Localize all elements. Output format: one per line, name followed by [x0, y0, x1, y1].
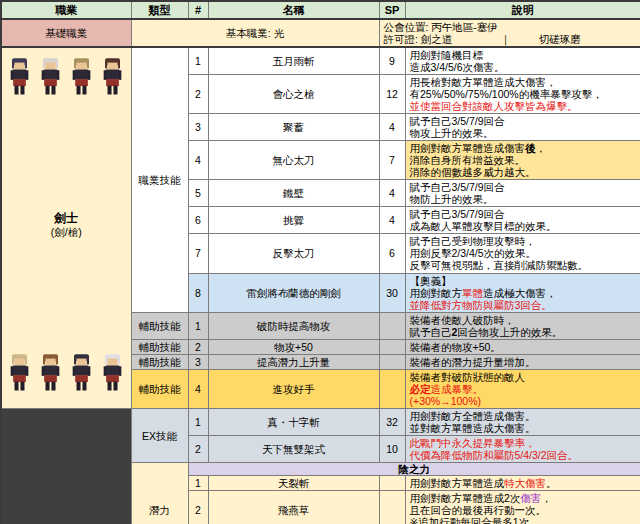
- skill-desc-cell: 用劍對敵方單體造成特大傷害。: [405, 476, 640, 491]
- guild-location: 公會位置: 丙午地區-塞伊: [384, 21, 637, 33]
- character-sprites-top: [7, 56, 125, 98]
- type-cell-support: 輔助技能: [131, 369, 188, 408]
- column-header: SP: [379, 1, 405, 19]
- desc-line: 有25%/50%/75%/100%的機率暴擊攻擊，: [410, 88, 637, 100]
- skill-name-cell: 挑釁: [208, 207, 379, 234]
- type-cell-ex: EX技能: [131, 409, 188, 463]
- desc-segment: 並降低對方物防與屬防3回合。: [410, 299, 552, 311]
- desc-line: 必定造成暴擊。: [410, 383, 637, 395]
- desc-line: 且在回合的最後再行動一次。: [410, 504, 637, 516]
- desc-segment: ，: [536, 142, 547, 154]
- skill-number-cell: 7: [188, 234, 208, 273]
- skill-name-cell: 雷劍將布蘭德的剛劍: [208, 273, 379, 312]
- desc-segment: 回合物攻上升的效果。: [457, 326, 562, 338]
- desc-segment: 反擊可無視弱點，直接削減防禦點數。: [410, 259, 589, 271]
- desc-segment: 賦予自己: [410, 326, 452, 338]
- desc-line: 賦予自己受到物理攻擊時，: [410, 235, 637, 247]
- skill-desc-cell: 用劍對敵方全體造成傷害。並對敵方單體造成大傷害。: [405, 409, 640, 436]
- desc-segment: 並對敵方單體造成大傷害。: [410, 422, 536, 434]
- base-class-row: 基礎職業基本職業: 光公會位置: 丙午地區-塞伊許可證: 劍之道｜切磋琢磨: [1, 19, 640, 47]
- class-cell: 劍士(劍/槍): [1, 47, 131, 409]
- skill-name-cell: 破防時提高物攻: [208, 312, 379, 339]
- skill-sp-cell: [379, 339, 405, 354]
- desc-segment: 有25%/50%/75%/100%的機率暴擊攻擊，: [410, 88, 603, 100]
- desc-segment: 代價為降低物防和屬防5/4/3/2回合。: [410, 449, 579, 461]
- desc-line: (+30%→100%): [410, 395, 637, 407]
- skill-desc-cell: 用劍對隨機目標造成3/4/5/6次傷害。: [405, 47, 640, 75]
- desc-line: 代價為降低物防和屬防5/4/3/2回合。: [410, 449, 637, 461]
- skill-sp-cell: [379, 476, 405, 491]
- character-sprite: [38, 56, 63, 98]
- skill-number-cell: 1: [188, 312, 208, 339]
- desc-line: 用劍對隨機目標: [410, 49, 637, 61]
- desc-line: 反擊可無視弱點，直接削減防禦點數。: [410, 259, 637, 271]
- desc-line: 造成3/4/5/6次傷害。: [410, 61, 637, 73]
- desc-segment: 物攻上升的效果。: [410, 127, 494, 139]
- character-sprite: [100, 352, 125, 394]
- skill-number-cell: 3: [188, 114, 208, 141]
- skill-desc-cell: 【奧義】用劍對敵方單體造成極大傷害，並降低對方物防與屬防3回合。: [405, 273, 640, 312]
- desc-segment: 特大傷害: [504, 477, 546, 489]
- desc-line: 物防上升的效果。: [410, 193, 637, 205]
- desc-segment: ※追加行動每回合最多1次。: [410, 516, 540, 524]
- type-cell-class-skills: 職業技能: [131, 47, 188, 312]
- desc-segment: 消除的個數越多威力越大。: [410, 166, 536, 178]
- column-header: 名稱: [208, 1, 379, 19]
- skill-name-cell: 飛燕草: [208, 491, 379, 524]
- skill-number-cell: 1: [188, 476, 208, 491]
- desc-line: 裝備者的潛力提升量增加。: [410, 356, 637, 368]
- license-extra: 切磋琢磨: [539, 33, 581, 45]
- skill-sp-cell: [379, 354, 405, 369]
- desc-segment: 用劍對敵方單體造成傷害: [410, 142, 526, 154]
- skill-desc-cell: 用劍對敵方單體造成2次傷害，且在回合的最後再行動一次。※追加行動每回合最多1次。: [405, 491, 640, 524]
- skill-number-cell: 4: [188, 369, 208, 408]
- skill-sp-cell: 10: [379, 436, 405, 463]
- desc-segment: 賦予自己3/5/7/9回合: [410, 208, 505, 220]
- character-sprite: [38, 352, 63, 394]
- skill-name-cell: 聚蓄: [208, 114, 379, 141]
- class-weapons: (劍/槍): [51, 226, 82, 239]
- desc-segment: 用劍對敵方單體造成2次: [410, 492, 521, 504]
- skill-name-cell: 反擊太刀: [208, 234, 379, 273]
- skill-number-cell: 2: [188, 75, 208, 114]
- desc-line: 賦予自己3/5/7/9回合: [410, 208, 637, 220]
- desc-line: 用長槍對敵方單體造成大傷害，: [410, 76, 637, 88]
- skill-desc-cell: 裝備者使敵人破防時，賦予自己2回合物攻上升的效果。: [405, 312, 640, 339]
- skill-sp-cell: 4: [379, 114, 405, 141]
- desc-segment: ，: [541, 492, 552, 504]
- desc-line: 用劍對敵方單體造成特大傷害。: [410, 477, 637, 489]
- table-body: 基礎職業基本職業: 光公會位置: 丙午地區-塞伊許可證: 劍之道｜切磋琢磨劍士(…: [1, 19, 640, 524]
- header-row: 職業類型#名稱SP說明: [1, 1, 640, 19]
- character-sprite: [69, 352, 94, 394]
- desc-line: 賦予自己2回合物攻上升的效果。: [410, 326, 637, 338]
- desc-line: 賦予自己3/5/7/9回合: [410, 181, 637, 193]
- desc-line: 裝備者使敵人破防時，: [410, 314, 637, 326]
- desc-line: 用劍對敵方單體造成極大傷害，: [410, 287, 637, 299]
- character-sprite: [7, 56, 32, 98]
- skill-desc-cell: 賦予自己3/5/7/9回合成為敵人單體攻擊目標的效果。: [405, 207, 640, 234]
- table-row: 劍士(劍/槍)職業技能1五月雨斬9用劍對隨機目標造成3/4/5/6次傷害。: [1, 47, 640, 75]
- skill-sp-cell: 30: [379, 273, 405, 312]
- desc-segment: 用劍反擊2/3/4/5次的效果。: [410, 247, 537, 259]
- desc-segment: 。: [546, 477, 557, 489]
- table-header: 職業類型#名稱SP說明: [1, 1, 640, 19]
- desc-segment: 賦予自己3/5/7/9回合: [410, 181, 505, 193]
- desc-segment: 必定: [410, 383, 431, 395]
- skill-name-cell: 真・十字斬: [208, 409, 379, 436]
- desc-segment: 【奧義】: [410, 275, 452, 287]
- desc-segment: 單體: [462, 287, 483, 299]
- character-sprite: [100, 56, 125, 98]
- skill-name-cell: 提高潛力上升量: [208, 354, 379, 369]
- skill-desc-cell: 用長槍對敵方單體造成大傷害，有25%/50%/75%/100%的機率暴擊攻擊，並…: [405, 75, 640, 114]
- column-header: 說明: [405, 1, 640, 19]
- desc-line: 並使當回合對該敵人攻擊皆為爆擊。: [410, 100, 637, 112]
- desc-segment: 裝備者使敵人破防時，: [410, 314, 515, 326]
- desc-segment: 成為敵人單體攻擊目標的效果。: [410, 220, 557, 232]
- desc-segment: 後: [525, 142, 536, 154]
- type-cell-support: 輔助技能: [131, 312, 188, 339]
- class-name: 劍士: [51, 211, 82, 226]
- character-sprite: [7, 352, 32, 394]
- desc-segment: 用劍對敵方: [410, 287, 463, 299]
- class-cell-content: 劍士(劍/槍): [4, 48, 129, 408]
- skill-number-cell: 2: [188, 436, 208, 463]
